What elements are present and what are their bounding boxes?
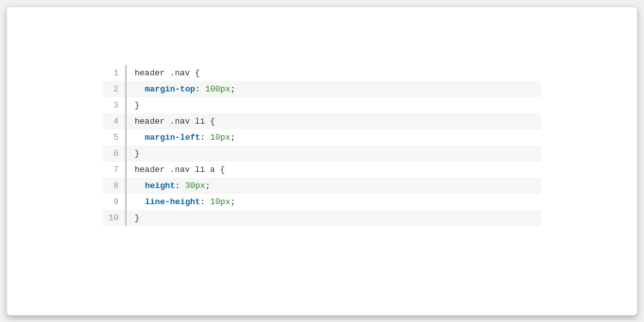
code-line: 2 margin-top: 100px;	[103, 81, 541, 97]
code-token: height	[145, 181, 175, 191]
code-token: }	[135, 100, 140, 110]
code-token: :	[200, 197, 211, 207]
code-content: line-height: 10px;	[135, 197, 235, 207]
code-line: 10}	[103, 210, 541, 226]
code-token	[135, 181, 145, 191]
code-line: 9 line-height: 10px;	[103, 194, 541, 210]
code-content: }	[135, 213, 140, 223]
gutter-rule	[125, 81, 127, 97]
code-content: margin-top: 100px;	[135, 84, 235, 94]
code-token: 10px	[210, 133, 230, 142]
line-number: 5	[103, 133, 125, 142]
code-content: height: 30px;	[135, 181, 210, 191]
line-number: 3	[103, 100, 125, 110]
code-line: 3}	[103, 97, 541, 113]
code-line: 7header .nav li a {	[103, 162, 541, 178]
code-token: 10px	[210, 197, 230, 207]
code-token	[135, 133, 145, 142]
line-number: 10	[103, 213, 125, 223]
gutter-rule	[125, 194, 127, 210]
code-content: header .nav li a {	[135, 165, 225, 175]
code-token: }	[135, 149, 140, 158]
line-number: 9	[103, 197, 125, 207]
line-number: 7	[103, 165, 125, 175]
code-token: margin-left	[145, 133, 200, 142]
code-token: ;	[231, 84, 236, 94]
code-token: header .nav li {	[135, 117, 215, 126]
code-token: ;	[205, 181, 211, 191]
code-token: header .nav {	[135, 68, 200, 78]
gutter-rule	[125, 210, 127, 226]
code-token: header .nav li a {	[135, 165, 225, 175]
code-content: }	[135, 149, 140, 158]
gutter-rule	[125, 97, 127, 113]
code-token: :	[175, 181, 185, 191]
code-token: line-height	[145, 197, 200, 207]
gutter-rule	[125, 178, 127, 194]
code-token	[135, 197, 145, 207]
code-token: 30px	[185, 181, 205, 191]
gutter-rule	[125, 162, 127, 178]
code-line: 5 margin-left: 10px;	[103, 129, 541, 146]
gutter-rule	[125, 129, 127, 146]
line-number: 4	[103, 117, 125, 126]
code-content: header .nav {	[135, 68, 200, 78]
code-line: 4header .nav li {	[103, 113, 541, 129]
code-card: 1header .nav {2 margin-top: 100px;3}4hea…	[6, 6, 638, 316]
code-content: header .nav li {	[135, 117, 215, 126]
code-token: ;	[231, 133, 236, 142]
code-token: }	[135, 213, 140, 223]
line-number: 1	[103, 68, 125, 78]
code-content: margin-left: 10px;	[135, 133, 235, 142]
code-content: }	[135, 100, 140, 110]
code-line: 6}	[103, 146, 541, 162]
gutter-rule	[125, 146, 127, 162]
code-token: :	[195, 84, 205, 94]
code-token: margin-top	[145, 84, 195, 94]
code-token	[135, 84, 145, 94]
code-token: ;	[231, 197, 236, 207]
gutter-rule	[125, 65, 127, 81]
line-number: 8	[103, 181, 125, 191]
line-number: 6	[103, 149, 125, 158]
code-token: :	[200, 133, 211, 142]
code-block: 1header .nav {2 margin-top: 100px;3}4hea…	[103, 65, 541, 226]
code-line: 1header .nav {	[103, 65, 541, 81]
code-line: 8 height: 30px;	[103, 178, 541, 194]
code-token: 100px	[205, 84, 231, 94]
line-number: 2	[103, 84, 125, 94]
gutter-rule	[125, 113, 127, 129]
